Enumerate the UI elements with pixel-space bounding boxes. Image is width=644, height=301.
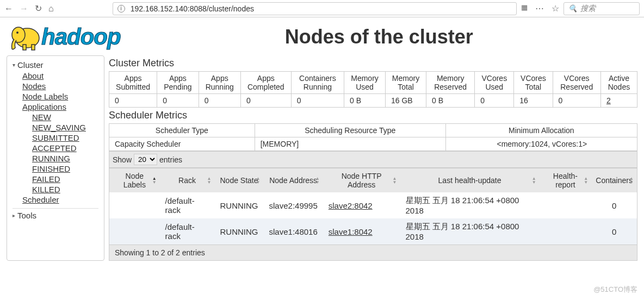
table-row: /default-rackRUNNINGslave1:48016slave1:8… (109, 218, 637, 245)
metrics-header: VCores Reserved (553, 72, 600, 94)
info-icon[interactable]: i (117, 5, 125, 12)
http-address-link[interactable]: slave2:8042 (329, 201, 373, 210)
table-cell: RUNNING (215, 192, 264, 218)
active-nodes-link[interactable]: 2 (606, 96, 611, 105)
column-header[interactable]: Node HTTP Address▲▼ (323, 168, 400, 193)
sidebar-tools-head[interactable]: ▸ Tools (13, 208, 98, 221)
page-size-select[interactable]: 20 (134, 154, 157, 165)
reader-icon[interactable]: ▦ (521, 3, 528, 14)
metrics-cell: 0 (240, 94, 291, 108)
metrics-cell: 16 (514, 94, 553, 108)
cluster-metrics-table: Apps SubmittedApps PendingApps RunningAp… (109, 71, 637, 108)
home-icon[interactable]: ⌂ (48, 4, 54, 14)
table-cell (109, 192, 160, 218)
sidebar-app-state[interactable]: RUNNING (32, 153, 98, 164)
sidebar-app-state[interactable]: FAILED (32, 174, 98, 184)
elephant-icon (7, 22, 46, 52)
metrics-header: Apps Running (199, 72, 240, 94)
nodes-table: Node Labels▲▼Rack▲▼Node State▲▼Node Addr… (109, 168, 637, 245)
metrics-header: Memory Reserved (426, 72, 475, 94)
back-icon[interactable]: ← (4, 4, 13, 14)
table-cell: 0 (591, 192, 637, 218)
forward-icon[interactable]: → (20, 4, 28, 14)
chevron-right-icon: ▸ (13, 212, 15, 218)
svg-rect-4 (32, 45, 35, 50)
sidebar-cluster-head[interactable]: ▾ Cluster (13, 59, 98, 71)
table-cell: slave1:48016 (264, 218, 323, 245)
column-header[interactable]: Containers▲▼ (591, 168, 637, 193)
table-cell: 星期五 五月 18 21:06:54 +0800 2018 (400, 192, 540, 218)
more-icon[interactable]: ⋯ (535, 3, 544, 14)
metrics-header: Memory Used (344, 72, 386, 94)
reload-icon[interactable]: ↻ (35, 3, 42, 14)
metrics-cell: 0 (291, 94, 344, 108)
table-cell: 星期五 五月 18 21:06:54 +0800 2018 (400, 218, 540, 245)
metrics-header: Apps Pending (157, 72, 199, 94)
search-placeholder: 搜索 (580, 4, 596, 14)
metrics-header: Apps Completed (240, 72, 291, 94)
column-header[interactable]: Rack▲▼ (160, 168, 215, 193)
sidebar-item-nodes[interactable]: Nodes (22, 81, 98, 91)
metrics-cell: 0 B (344, 94, 386, 108)
metrics-header: Apps Submitted (109, 72, 157, 94)
table-cell: slave1:8042 (323, 218, 400, 245)
column-header[interactable]: Node Labels▲▼ (109, 168, 160, 193)
sidebar-app-state[interactable]: KILLED (32, 184, 98, 195)
column-header[interactable]: Last health-update▲▼ (400, 168, 540, 193)
sidebar-item-node-labels[interactable]: Node Labels (22, 91, 98, 102)
metrics-cell: [MEMORY] (255, 137, 445, 151)
metrics-header: VCores Total (514, 72, 553, 94)
table-cell: slave2:49995 (264, 192, 323, 218)
sidebar-app-state[interactable]: NEW_SAVING (32, 122, 98, 133)
sidebar-item-applications[interactable]: Applications (22, 102, 98, 112)
cluster-metrics-title: Cluster Metrics (109, 58, 637, 69)
metrics-cell: <memory:1024, vCores:1> (445, 137, 637, 151)
main-content: Cluster Metrics Apps SubmittedApps Pendi… (109, 55, 637, 261)
bookmark-icon[interactable]: ☆ (552, 3, 559, 14)
metrics-header: Containers Running (291, 72, 344, 94)
metrics-header: Scheduling Resource Type (255, 124, 445, 137)
sidebar-item-about[interactable]: About (22, 71, 98, 81)
page-title: Nodes of the cluster (121, 26, 637, 48)
metrics-cell: 0 (475, 94, 514, 108)
column-header[interactable]: Health-report▲▼ (540, 168, 592, 193)
table-cell: /default-rack (160, 218, 215, 245)
sidebar-app-state[interactable]: SUBMITTED (32, 133, 98, 143)
metrics-cell: 0 (199, 94, 240, 108)
metrics-header: Minimum Allocation (445, 124, 637, 137)
search-input[interactable]: 🔍 搜索 (564, 2, 640, 15)
table-cell: /default-rack (160, 192, 215, 218)
scheduler-metrics-title: Scheduler Metrics (109, 110, 637, 121)
sidebar-item-scheduler[interactable]: Scheduler (22, 195, 98, 205)
address-bar[interactable]: i 192.168.152.140:8088/cluster/nodes (113, 2, 517, 15)
chevron-down-icon: ▾ (13, 62, 15, 68)
sidebar-app-state[interactable]: FINISHED (32, 164, 98, 174)
metrics-cell: Capacity Scheduler (109, 137, 255, 151)
hadoop-logo[interactable]: hadoop (7, 22, 121, 52)
table-cell (109, 218, 160, 245)
table-cell (540, 218, 592, 245)
metrics-cell: 0 B (426, 94, 475, 108)
search-icon: 🔍 (568, 4, 577, 12)
http-address-link[interactable]: slave1:8042 (329, 227, 373, 236)
sidebar-app-state[interactable]: NEW (32, 112, 98, 122)
scheduler-metrics-table: Scheduler TypeScheduling Resource TypeMi… (109, 123, 637, 151)
table-cell: slave2:8042 (323, 192, 400, 218)
metrics-header: Memory Total (385, 72, 426, 94)
svg-point-2 (16, 32, 18, 34)
sidebar: ▾ Cluster About Nodes Node Labels Applic… (7, 55, 104, 261)
column-header[interactable]: Node State▲▼ (215, 168, 264, 193)
column-header[interactable]: Node Address▲▼ (264, 168, 323, 193)
url-text: 192.168.152.140:8088/cluster/nodes (131, 4, 254, 13)
sidebar-app-state[interactable]: ACCEPTED (32, 143, 98, 153)
entries-control: Show 20 entries (109, 151, 637, 168)
table-row: /default-rackRUNNINGslave2:49995slave2:8… (109, 192, 637, 218)
table-cell (540, 192, 592, 218)
metrics-header: Scheduler Type (109, 124, 255, 137)
metrics-header: Active Nodes (600, 72, 637, 94)
metrics-cell: 2 (600, 94, 637, 108)
metrics-cell: 0 (109, 94, 157, 108)
metrics-header: VCores Used (475, 72, 514, 94)
table-footer: Showing 1 to 2 of 2 entries (109, 245, 637, 261)
table-cell: 0 (591, 218, 637, 245)
